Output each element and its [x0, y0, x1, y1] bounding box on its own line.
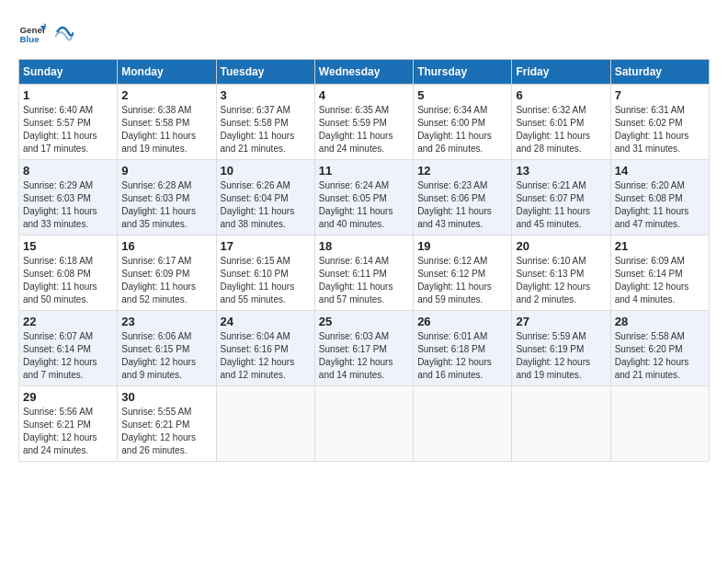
- calendar-day-cell: 20Sunrise: 6:10 AM Sunset: 6:13 PM Dayli…: [512, 236, 610, 311]
- day-info: Sunrise: 6:09 AM Sunset: 6:14 PM Dayligh…: [615, 255, 705, 306]
- calendar-day-cell: 19Sunrise: 6:12 AM Sunset: 6:12 PM Dayli…: [414, 236, 512, 311]
- calendar-day-cell: 3Sunrise: 6:37 AM Sunset: 5:58 PM Daylig…: [216, 85, 314, 160]
- day-number: 3: [221, 88, 311, 102]
- day-info: Sunrise: 6:32 AM Sunset: 6:01 PM Dayligh…: [516, 104, 606, 155]
- calendar-day-cell: 1Sunrise: 6:40 AM Sunset: 5:57 PM Daylig…: [19, 85, 118, 160]
- weekday-header-cell: Friday: [512, 60, 610, 85]
- calendar-day-cell: 24Sunrise: 6:04 AM Sunset: 6:16 PM Dayli…: [216, 311, 314, 386]
- calendar-day-cell: 25Sunrise: 6:03 AM Sunset: 6:17 PM Dayli…: [314, 311, 413, 386]
- calendar-day-cell: 26Sunrise: 6:01 AM Sunset: 6:18 PM Dayli…: [414, 311, 512, 386]
- calendar-day-cell: 16Sunrise: 6:17 AM Sunset: 6:09 PM Dayli…: [118, 236, 216, 311]
- day-number: 29: [23, 390, 113, 404]
- calendar-day-cell: 6Sunrise: 6:32 AM Sunset: 6:01 PM Daylig…: [512, 85, 610, 160]
- day-info: Sunrise: 6:14 AM Sunset: 6:11 PM Dayligh…: [319, 255, 409, 306]
- day-info: Sunrise: 6:23 AM Sunset: 6:06 PM Dayligh…: [417, 179, 507, 231]
- calendar-day-cell: 30Sunrise: 5:55 AM Sunset: 6:21 PM Dayli…: [118, 386, 216, 462]
- weekday-header-cell: Saturday: [610, 60, 709, 85]
- day-number: 28: [615, 315, 705, 328]
- day-info: Sunrise: 6:34 AM Sunset: 6:00 PM Dayligh…: [417, 104, 507, 155]
- day-info: Sunrise: 6:17 AM Sunset: 6:09 PM Dayligh…: [121, 255, 211, 306]
- calendar-day-cell: 12Sunrise: 6:23 AM Sunset: 6:06 PM Dayli…: [414, 160, 512, 236]
- weekday-header-cell: Sunday: [19, 60, 118, 85]
- day-info: Sunrise: 6:20 AM Sunset: 6:08 PM Dayligh…: [615, 179, 705, 231]
- day-number: 17: [221, 239, 311, 253]
- calendar-day-cell: 9Sunrise: 6:28 AM Sunset: 6:03 PM Daylig…: [118, 160, 216, 236]
- weekday-header-cell: Tuesday: [216, 60, 314, 85]
- day-number: 10: [221, 164, 311, 178]
- calendar-day-cell: 5Sunrise: 6:34 AM Sunset: 6:00 PM Daylig…: [414, 85, 512, 160]
- calendar-week-row: 15Sunrise: 6:18 AM Sunset: 6:08 PM Dayli…: [19, 236, 710, 311]
- calendar-table: SundayMondayTuesdayWednesdayThursdayFrid…: [18, 59, 710, 462]
- day-info: Sunrise: 6:26 AM Sunset: 6:04 PM Dayligh…: [221, 179, 311, 231]
- day-number: 5: [417, 88, 507, 102]
- day-info: Sunrise: 5:55 AM Sunset: 6:21 PM Dayligh…: [121, 406, 211, 457]
- day-number: 30: [121, 390, 211, 404]
- day-info: Sunrise: 6:10 AM Sunset: 6:13 PM Dayligh…: [516, 255, 606, 306]
- day-info: Sunrise: 6:29 AM Sunset: 6:03 PM Dayligh…: [23, 179, 113, 231]
- calendar-week-row: 22Sunrise: 6:07 AM Sunset: 6:14 PM Dayli…: [19, 311, 710, 386]
- day-number: 9: [121, 164, 211, 178]
- day-number: 15: [23, 239, 113, 253]
- day-info: Sunrise: 6:37 AM Sunset: 5:58 PM Dayligh…: [221, 104, 311, 155]
- calendar-day-cell: 2Sunrise: 6:38 AM Sunset: 5:58 PM Daylig…: [118, 85, 216, 160]
- calendar-day-cell: 21Sunrise: 6:09 AM Sunset: 6:14 PM Dayli…: [610, 236, 709, 311]
- day-number: 16: [121, 239, 211, 253]
- day-number: 27: [516, 315, 606, 328]
- day-info: Sunrise: 6:06 AM Sunset: 6:15 PM Dayligh…: [121, 330, 211, 382]
- svg-text:Blue: Blue: [20, 34, 40, 44]
- calendar-day-cell: 7Sunrise: 6:31 AM Sunset: 6:02 PM Daylig…: [610, 85, 709, 160]
- day-info: Sunrise: 6:12 AM Sunset: 6:12 PM Dayligh…: [417, 255, 507, 306]
- day-info: Sunrise: 6:40 AM Sunset: 5:57 PM Dayligh…: [23, 104, 113, 155]
- calendar-week-row: 1Sunrise: 6:40 AM Sunset: 5:57 PM Daylig…: [19, 85, 710, 160]
- day-info: Sunrise: 6:35 AM Sunset: 5:59 PM Dayligh…: [319, 104, 409, 155]
- day-number: 22: [23, 315, 113, 328]
- day-info: Sunrise: 6:15 AM Sunset: 6:10 PM Dayligh…: [221, 255, 311, 306]
- day-info: Sunrise: 5:59 AM Sunset: 6:19 PM Dayligh…: [516, 330, 606, 382]
- calendar-day-cell: 8Sunrise: 6:29 AM Sunset: 6:03 PM Daylig…: [19, 160, 118, 236]
- calendar-week-row: 29Sunrise: 5:56 AM Sunset: 6:21 PM Dayli…: [19, 386, 710, 462]
- day-info: Sunrise: 6:01 AM Sunset: 6:18 PM Dayligh…: [417, 330, 507, 382]
- calendar-week-row: 8Sunrise: 6:29 AM Sunset: 6:03 PM Daylig…: [19, 160, 710, 236]
- day-number: 12: [417, 164, 507, 178]
- day-info: Sunrise: 6:21 AM Sunset: 6:07 PM Dayligh…: [516, 179, 606, 231]
- day-number: 2: [121, 88, 211, 102]
- day-number: 14: [615, 164, 705, 178]
- calendar-day-cell: 17Sunrise: 6:15 AM Sunset: 6:10 PM Dayli…: [216, 236, 314, 311]
- calendar-day-cell: [512, 386, 610, 462]
- calendar-day-cell: 14Sunrise: 6:20 AM Sunset: 6:08 PM Dayli…: [610, 160, 709, 236]
- calendar-day-cell: 29Sunrise: 5:56 AM Sunset: 6:21 PM Dayli…: [19, 386, 118, 462]
- day-info: Sunrise: 6:07 AM Sunset: 6:14 PM Dayligh…: [23, 330, 113, 382]
- day-number: 7: [615, 88, 705, 102]
- logo-wave-icon: [55, 18, 74, 46]
- day-number: 13: [516, 164, 606, 178]
- calendar-day-cell: [216, 386, 314, 462]
- logo: General Blue: [18, 18, 74, 50]
- calendar-day-cell: 22Sunrise: 6:07 AM Sunset: 6:14 PM Dayli…: [19, 311, 118, 386]
- weekday-header-cell: Thursday: [414, 60, 512, 85]
- day-number: 26: [417, 315, 507, 328]
- day-number: 4: [319, 88, 409, 102]
- weekday-header-row: SundayMondayTuesdayWednesdayThursdayFrid…: [19, 60, 710, 85]
- calendar-day-cell: [414, 386, 512, 462]
- calendar-day-cell: 18Sunrise: 6:14 AM Sunset: 6:11 PM Dayli…: [314, 236, 413, 311]
- weekday-header-cell: Wednesday: [314, 60, 413, 85]
- day-number: 8: [23, 164, 113, 178]
- day-number: 21: [615, 239, 705, 253]
- calendar-day-cell: 28Sunrise: 5:58 AM Sunset: 6:20 PM Dayli…: [610, 311, 709, 386]
- logo-icon: General Blue: [18, 20, 46, 48]
- calendar-day-cell: [314, 386, 413, 462]
- calendar-day-cell: 11Sunrise: 6:24 AM Sunset: 6:05 PM Dayli…: [314, 160, 413, 236]
- day-info: Sunrise: 6:28 AM Sunset: 6:03 PM Dayligh…: [121, 179, 211, 231]
- day-number: 25: [319, 315, 409, 328]
- day-number: 6: [516, 88, 606, 102]
- day-number: 1: [23, 88, 113, 102]
- day-info: Sunrise: 6:03 AM Sunset: 6:17 PM Dayligh…: [319, 330, 409, 382]
- day-info: Sunrise: 5:58 AM Sunset: 6:20 PM Dayligh…: [615, 330, 705, 382]
- calendar-day-cell: 4Sunrise: 6:35 AM Sunset: 5:59 PM Daylig…: [314, 85, 413, 160]
- day-info: Sunrise: 6:38 AM Sunset: 5:58 PM Dayligh…: [121, 104, 211, 155]
- day-info: Sunrise: 6:18 AM Sunset: 6:08 PM Dayligh…: [23, 255, 113, 306]
- day-number: 18: [319, 239, 409, 253]
- day-info: Sunrise: 5:56 AM Sunset: 6:21 PM Dayligh…: [23, 406, 113, 457]
- calendar-day-cell: [610, 386, 709, 462]
- day-info: Sunrise: 6:24 AM Sunset: 6:05 PM Dayligh…: [319, 179, 409, 231]
